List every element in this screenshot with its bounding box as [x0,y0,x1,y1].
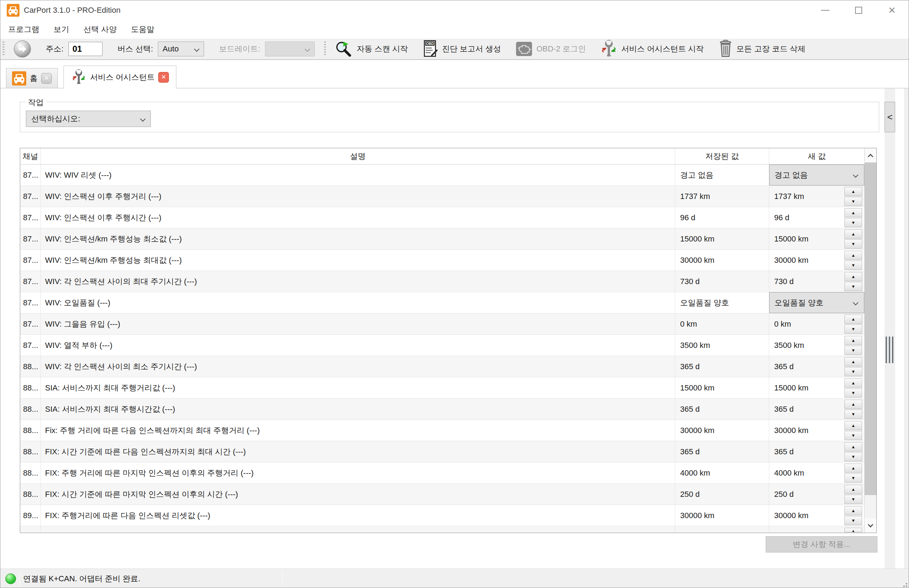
spinner-up-button[interactable]: ▲ [844,315,862,324]
spinner-down-button[interactable]: ▼ [844,452,862,461]
value-spinner[interactable]: ▲ ▼ [844,442,862,461]
spinner-down-button[interactable]: ▼ [844,495,862,504]
spinner-up-button[interactable]: ▲ [844,208,862,217]
auto-scan-button[interactable]: 자동 스캔 시작 [329,40,413,58]
table-row: 88... FIX: 시간 기준에 따른 다음 인스펙션까지의 최대 시간 (-… [20,441,864,462]
spinner-up-button[interactable]: ▲ [844,229,862,239]
auto-scan-label: 자동 스캔 시작 [357,44,408,54]
spinner-down-button[interactable]: ▼ [844,473,862,483]
value-spinner[interactable]: ▲ ▼ [844,378,862,397]
spinner-up-button[interactable]: ▲ [844,378,862,388]
tab-service-assistant[interactable]: 서비스 어시스턴트 ✕ [63,66,176,88]
spinner-up-button[interactable]: ▲ [844,421,862,430]
new-value-cell: 365 d ▲ ▼ [769,356,864,377]
create-report-button[interactable]: OBD 진단 보고서 생성 [417,40,507,58]
description-cell: WIV: 각 인스팩션 사이의 최소 주기시간 (---) [41,356,675,377]
spinner-up-button[interactable]: ▲ [844,357,862,366]
new-value-cell: 1737 km ▲ ▼ [769,186,864,207]
spinner-up-button[interactable]: ▲ [844,400,862,409]
stored-value-cell: 30000 km [675,505,769,526]
spinner-down-button[interactable]: ▼ [844,282,862,291]
scrollbar-up-button[interactable] [865,148,877,162]
value-spinner[interactable]: ▲ ▼ [844,464,862,483]
spinner-up-button[interactable]: ▲ [844,272,862,281]
scrollbar-thumb[interactable] [865,162,877,495]
value-spinner[interactable]: ▲ ▼ [844,229,862,249]
value-spinner[interactable]: ▲ ▼ [844,485,862,504]
new-value-text: 96 d [774,213,789,222]
menu-item-view[interactable]: 보기 [53,23,70,36]
description-cell: WIV: 열적 부하 (---) [41,335,675,356]
table-scrollbar[interactable] [865,148,877,533]
spinner-up-button[interactable]: ▲ [844,485,862,494]
spinner-down-button[interactable]: ▼ [844,239,862,249]
minimize-button[interactable] [809,0,842,20]
tab-home-close-icon[interactable]: ✕ [41,73,52,84]
value-spinner[interactable]: ▲ ▼ [844,336,862,355]
scrollbar-down-button[interactable] [865,519,877,533]
service-assistant-button[interactable]: 서비스 어시스턴트 시작 [594,40,709,58]
new-value-cell: 오일품질 양호 [769,292,864,313]
tab-home-label: 홈 [30,73,37,84]
spinner-up-button[interactable]: ▲ [844,528,862,532]
new-value-cell: 250 d ▲ ▼ [769,484,864,505]
new-value-dropdown[interactable]: 경고 없음 [769,165,864,186]
spinner-down-button[interactable]: ▼ [844,367,862,376]
value-spinner[interactable]: ▲ ▼ [844,506,862,525]
value-spinner[interactable]: ▲ ▼ [844,208,862,227]
table-header: 채널 설명 저장된 값 새 값 [20,148,864,165]
spinner-down-button[interactable]: ▼ [844,388,862,397]
toolbar-grip[interactable] [324,42,326,57]
splitter-grip-icon[interactable] [886,336,894,363]
tab-home[interactable]: 홈 ✕ [6,68,58,88]
value-spinner[interactable]: ▲ ▼ [844,251,862,270]
channel-cell: 87... [20,165,41,186]
clear-fault-codes-button[interactable]: 모든 고장 코드 삭제 [712,40,811,58]
spinner-up-button[interactable]: ▲ [844,442,862,451]
value-spinner[interactable]: ▲ ▼ [844,400,862,419]
value-spinner[interactable]: ▲ ▼ [844,421,862,440]
stored-value-cell: 4000 km [675,462,769,483]
table-row: 87... WIV: 인스팩션/km 주행성능 최대값 (---) 30000 … [20,250,864,271]
spinner-down-button[interactable]: ▼ [844,346,862,355]
resize-grip-icon[interactable] [902,582,907,587]
value-spinner[interactable]: ▲ ▼ [844,187,862,206]
menu-item-program[interactable]: 프로그램 [8,23,40,36]
toolbar-grip[interactable] [3,42,5,57]
spinner-down-button[interactable]: ▼ [844,516,862,525]
spinner-down-button[interactable]: ▼ [844,261,862,270]
header-description: 설명 [41,148,675,164]
spinner-up-button[interactable]: ▲ [844,506,862,515]
menu-item-options[interactable]: 선택 사양 [82,23,117,36]
channel-cell: 88... [20,420,41,441]
tab-service-assistant-close-icon[interactable]: ✕ [158,72,169,82]
spinner-down-button[interactable]: ▼ [844,431,862,440]
task-select-value: 선택하십시오: [31,113,80,124]
address-input[interactable] [68,42,102,56]
value-spinner[interactable]: ▲ ▼ [844,315,862,334]
spinner-down-button[interactable]: ▼ [844,218,862,227]
side-panel-splitter[interactable]: < [885,88,895,569]
spinner-down-button[interactable]: ▼ [844,197,862,206]
maximize-button[interactable] [842,0,875,20]
channel-cell: 88... [20,377,41,398]
service-assistant-icon [71,69,87,86]
spinner-up-button[interactable]: ▲ [844,251,862,260]
value-spinner[interactable]: ▲ ▼ [844,272,862,291]
connect-button[interactable] [14,40,31,57]
description-cell: SIA: 서비스까지 최대 주행시간값 (---) [41,399,675,420]
new-value-cell: 15000 km ▲ ▼ [769,377,864,398]
menu-item-help[interactable]: 도움말 [130,23,155,36]
bus-select-dropdown[interactable]: Auto [158,42,204,57]
collapse-panel-button[interactable]: < [885,102,895,132]
value-spinner[interactable]: ▲ ▼ [844,357,862,376]
close-button[interactable]: ✕ [875,0,909,20]
spinner-up-button[interactable]: ▲ [844,187,862,196]
spinner-down-button[interactable]: ▼ [844,325,862,334]
task-select-dropdown[interactable]: 선택하십시오: [26,111,151,127]
spinner-up-button[interactable]: ▲ [844,464,862,473]
spinner-up-button[interactable]: ▲ [844,336,862,345]
service-assistant-label: 서비스 어시스턴트 시작 [621,44,704,54]
spinner-down-button[interactable]: ▼ [844,410,862,419]
new-value-dropdown[interactable]: 오일품질 양호 [769,292,864,313]
